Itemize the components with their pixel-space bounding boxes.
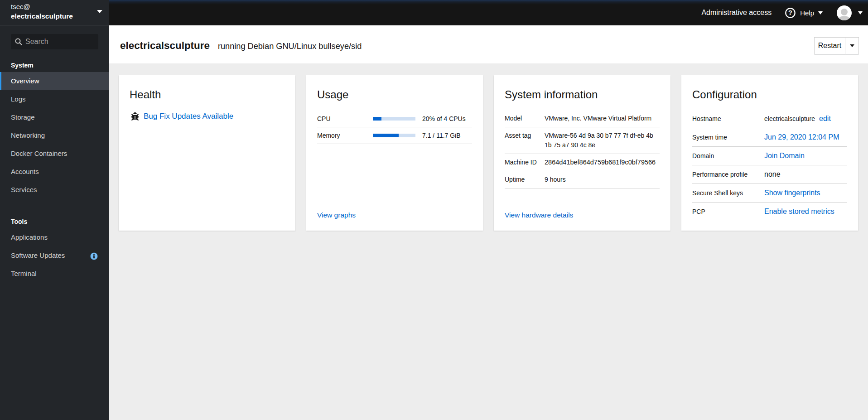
svg-text:?: ?: [788, 9, 792, 16]
